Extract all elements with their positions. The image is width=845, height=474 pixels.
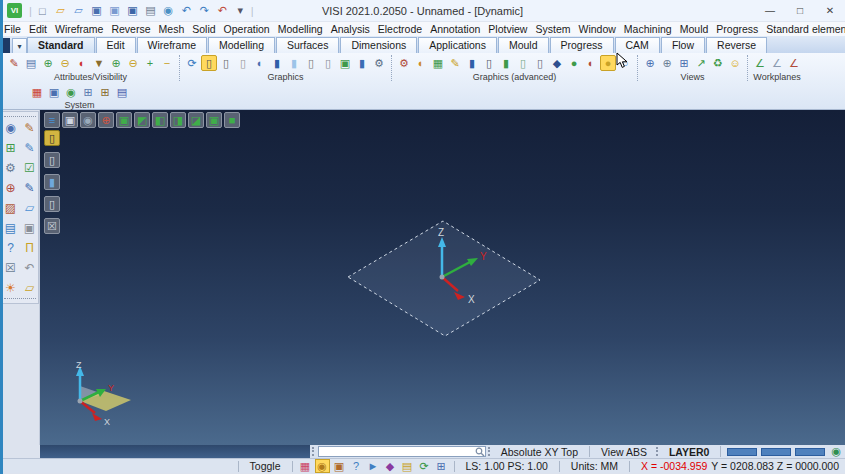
explode-view-icon[interactable]: ☀ <box>2 279 19 296</box>
zoom-selection-icon[interactable]: ◉ <box>2 119 19 136</box>
window-layout-icon[interactable]: ⊞ <box>80 84 96 100</box>
send-command-icon[interactable]: ► <box>366 459 381 473</box>
snap-help-icon[interactable]: ? <box>349 459 364 473</box>
ribbon-tab[interactable]: Modelling <box>208 37 275 53</box>
half-shaded-icon[interactable]: ◐ <box>252 55 268 71</box>
menu-item[interactable]: Modelling <box>274 22 327 36</box>
ribbon-tab[interactable]: Mould <box>498 37 549 53</box>
draw-line-icon[interactable]: ✎ <box>21 179 38 196</box>
circle-select-icon[interactable]: ○ <box>617 55 633 71</box>
cleanup-brush-icon[interactable]: ▨ <box>2 199 19 216</box>
workplane-edit-icon[interactable]: ∠ <box>769 55 785 71</box>
menu-item[interactable]: Mould <box>676 22 713 36</box>
minimize-button[interactable]: — <box>755 0 785 21</box>
ribbon-tab[interactable]: Progress <box>550 37 614 53</box>
zoom-settings-icon[interactable]: ⊕ <box>659 55 675 71</box>
customize-quick-access-icon[interactable]: ▾ <box>232 2 249 19</box>
delete-entities-icon[interactable]: ☒ <box>2 259 19 276</box>
edit-geometry-icon[interactable]: ✎ <box>21 119 38 136</box>
ribbon-tab[interactable]: Reverse <box>706 37 767 53</box>
search-icon[interactable] <box>475 447 485 457</box>
undo-last-icon[interactable]: ↶ <box>21 259 38 276</box>
menu-item[interactable]: Solid <box>188 22 219 36</box>
transparent-icon[interactable]: ▮ <box>286 55 302 71</box>
menu-item[interactable]: Window <box>574 22 619 36</box>
light-settings-icon[interactable]: ◐ <box>413 55 429 71</box>
menu-item[interactable]: Plotview <box>484 22 531 36</box>
toolbar-grip[interactable] <box>4 298 36 303</box>
ghost-mode-icon[interactable]: ▯ <box>320 55 336 71</box>
menu-item[interactable]: Analysis <box>327 22 374 36</box>
maximize-button[interactable]: □ <box>785 0 815 21</box>
calculator-icon[interactable]: ▤ <box>114 84 130 100</box>
ribbon-tab[interactable]: Standard <box>27 37 95 53</box>
save-as-icon[interactable]: ▣ <box>106 2 123 19</box>
menu-item[interactable]: Edit <box>25 22 51 36</box>
solid-view-a-icon[interactable]: ▮ <box>464 55 480 71</box>
material-palette-icon[interactable]: ▦ <box>430 55 446 71</box>
show-plus-icon[interactable]: + <box>142 55 158 71</box>
zoom-options-icon[interactable]: ⚙ <box>2 159 19 176</box>
solid-green-icon[interactable]: ▮ <box>498 55 514 71</box>
color-palette-icon[interactable]: ▦ <box>29 84 45 100</box>
ribbon-tab[interactable]: Applications <box>418 37 497 53</box>
status-grip[interactable] <box>312 447 316 456</box>
axes-tool-icon[interactable]: ⊕ <box>2 179 19 196</box>
sphere-green-icon[interactable]: ● <box>566 55 582 71</box>
menu-item[interactable]: Mesh <box>155 22 189 36</box>
status-grip[interactable] <box>656 447 660 456</box>
workplane-delete-icon[interactable]: ∠ <box>786 55 802 71</box>
new-document-icon[interactable]: □ <box>34 2 51 19</box>
workbench-icon[interactable]: Π <box>21 239 38 256</box>
ribbon-tab[interactable]: Edit <box>96 37 136 53</box>
menu-item[interactable]: File <box>0 22 25 36</box>
solid-shaded-icon[interactable]: ▮ <box>269 55 285 71</box>
wireframe-mode-icon[interactable]: ▯ <box>218 55 234 71</box>
point-cone-icon[interactable]: ◆ <box>383 459 398 473</box>
export-icon[interactable]: ▣ <box>124 2 141 19</box>
ribbon-tab[interactable]: Wireframe <box>137 37 207 53</box>
ribbon-tab[interactable]: Dimensions <box>340 37 417 53</box>
zoom-dynamic-icon[interactable]: ⊕ <box>642 55 658 71</box>
menu-item[interactable]: Wireframe <box>51 22 107 36</box>
layer-stack-icon[interactable]: ▤ <box>2 219 19 236</box>
grid-snap-icon[interactable]: ⊞ <box>97 84 113 100</box>
surface-plane-icon[interactable]: ▱ <box>21 199 38 216</box>
entity-info-icon[interactable]: ▤ <box>23 55 39 71</box>
modify-attributes-icon[interactable]: ✎ <box>6 55 22 71</box>
status-grip[interactable] <box>488 447 492 456</box>
ribbon-tab[interactable]: Flow <box>661 37 705 53</box>
sketch-curve-icon[interactable]: ✎ <box>21 139 38 156</box>
menu-item[interactable]: Progress <box>712 22 762 36</box>
snap-entity-icon[interactable]: ◉ <box>315 459 330 473</box>
undo-icon[interactable]: ↶ <box>178 2 195 19</box>
ribbon-tab[interactable]: Surfaces <box>276 37 339 53</box>
active-layer-indicator[interactable]: LAYER0 <box>662 446 716 458</box>
hide-all-icon[interactable]: ⊖ <box>125 55 141 71</box>
open-project-icon[interactable]: ▱ <box>70 2 87 19</box>
attribute-tools-icon[interactable]: ⚙ <box>396 55 412 71</box>
view-smile-icon[interactable]: ☺ <box>727 55 743 71</box>
tab-dropdown-button[interactable]: ▾ <box>12 38 27 53</box>
solid-note-icon[interactable]: ▯ <box>515 55 531 71</box>
view-frame-icon[interactable]: ⊞ <box>676 55 692 71</box>
snap-stamp-icon[interactable]: ▣ <box>332 459 347 473</box>
open-folder-icon[interactable]: ▱ <box>52 2 69 19</box>
menu-item[interactable]: Reverse <box>107 22 154 36</box>
menu-item[interactable]: Operation <box>220 22 274 36</box>
hide-minus-icon[interactable]: − <box>159 55 175 71</box>
solid-view-b-icon[interactable]: ▯ <box>481 55 497 71</box>
wire-small-icon[interactable]: ▯ <box>303 55 319 71</box>
globe-icon[interactable]: ◉ <box>831 445 841 458</box>
solid-small-icon[interactable]: ▯ <box>532 55 548 71</box>
diamond-view-icon[interactable]: ◆ <box>549 55 565 71</box>
toggle-button[interactable]: Toggle <box>243 460 288 472</box>
view-arrow-icon[interactable]: ↗ <box>693 55 709 71</box>
close-button[interactable]: ✕ <box>815 0 845 21</box>
edit-colors-icon[interactable]: ✎ <box>447 55 463 71</box>
print-icon[interactable]: ▤ <box>142 2 159 19</box>
sphere-yellow-icon[interactable]: ● <box>600 55 616 71</box>
traffic-light-icon[interactable]: ◐ <box>74 55 90 71</box>
menu-item[interactable]: Annotation <box>426 22 484 36</box>
system-globe-icon[interactable]: ◉ <box>63 84 79 100</box>
